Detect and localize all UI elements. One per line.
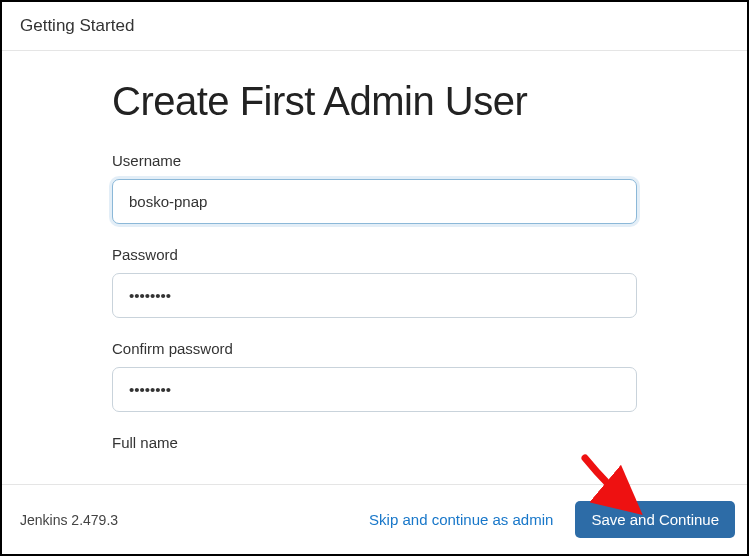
fullname-label: Full name [112,434,637,451]
password-input[interactable] [112,273,637,318]
confirm-password-input[interactable] [112,367,637,412]
wizard-footer: Jenkins 2.479.3 Skip and continue as adm… [2,484,747,554]
confirm-password-label: Confirm password [112,340,637,357]
wizard-header: Getting Started [2,2,747,51]
username-group: Username [112,152,637,224]
footer-actions: Skip and continue as admin Save and Cont… [365,501,735,538]
username-input[interactable] [112,179,637,224]
confirm-password-group: Confirm password [112,340,637,412]
password-group: Password [112,246,637,318]
jenkins-version: Jenkins 2.479.3 [20,512,118,528]
username-label: Username [112,152,637,169]
page-title: Create First Admin User [112,79,637,124]
fullname-group: Full name [112,434,637,451]
save-continue-button[interactable]: Save and Continue [575,501,735,538]
wizard-header-title: Getting Started [20,16,134,35]
wizard-main: Create First Admin User Username Passwor… [2,51,747,484]
password-label: Password [112,246,637,263]
skip-button[interactable]: Skip and continue as admin [365,505,557,534]
